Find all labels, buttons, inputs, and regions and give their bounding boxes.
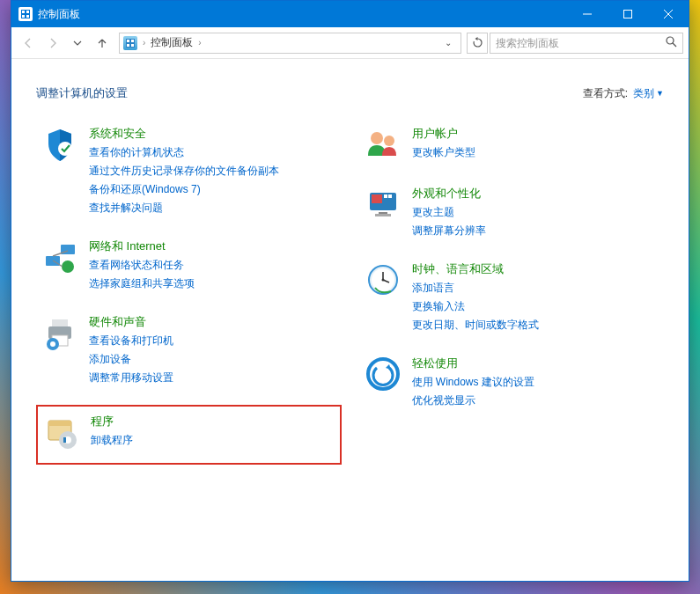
svg-rect-21 [52,319,68,326]
printer-icon[interactable] [41,314,78,351]
chevron-right-icon: › [196,38,203,48]
category-body: 硬件和声音查看设备和打印机添加设备调整常用移动设置 [89,314,173,385]
display-icon[interactable] [365,186,402,223]
svg-rect-33 [372,194,382,203]
category-link[interactable]: 查看设备和打印机 [89,333,173,348]
clock-icon[interactable] [365,261,402,298]
refresh-button[interactable] [467,33,488,54]
category-display: 外观和个性化更改主题调整屏幕分辨率 [359,182,665,242]
breadcrumb-item[interactable]: 控制面板 [151,35,193,50]
category-link[interactable]: 使用 Windows 建议的设置 [412,374,534,390]
category-link[interactable]: 调整屏幕分辨率 [412,223,486,238]
category-link[interactable]: 查看你的计算机状态 [89,144,279,160]
category-link[interactable]: 查找并解决问题 [89,200,279,216]
control-panel-icon [18,7,33,21]
page-title: 调整计算机的设置 [36,85,128,101]
control-panel-window: 控制面板 › 控制面板 › ⌄ [11,0,689,582]
svg-rect-11 [131,40,134,42]
svg-rect-6 [624,11,632,18]
svg-line-15 [673,43,676,47]
category-link[interactable]: 添加语言 [412,280,539,296]
category-link[interactable]: 通过文件历史记录保存你的文件备份副本 [89,163,279,179]
minimize-button[interactable] [567,1,608,27]
title-bar: 控制面板 [11,1,689,27]
svg-rect-10 [127,40,129,42]
breadcrumb[interactable]: › 控制面板 › ⌄ [119,33,461,54]
breadcrumb-dropdown[interactable]: ⌄ [439,38,457,48]
view-by-label: 查看方式: [583,86,628,101]
category-title[interactable]: 硬件和声音 [89,314,173,330]
category-link[interactable]: 更改主题 [412,204,486,220]
svg-rect-4 [26,15,29,18]
category-link[interactable]: 卸载程序 [91,432,133,448]
svg-rect-36 [379,212,387,214]
network-icon[interactable] [41,238,78,275]
forward-button[interactable] [41,32,64,55]
category-title[interactable]: 用户帐户 [412,126,475,142]
category-programs: 程序卸载程序 [36,405,342,465]
category-grid: 系统和安全查看你的计算机状态通过文件历史记录保存你的文件备份副本备份和还原(Wi… [36,122,664,465]
svg-point-24 [50,341,55,347]
category-link[interactable]: 查看网络状态和任务 [89,257,195,273]
svg-rect-3 [22,15,25,18]
category-link[interactable]: 添加设备 [89,351,173,367]
nav-bar: › 控制面板 › ⌄ [11,27,689,59]
category-body: 时钟、语言和区域添加语言更换输入法更改日期、时间或数字格式 [412,261,539,333]
svg-rect-26 [48,421,71,426]
svg-point-42 [381,279,384,282]
svg-rect-2 [26,11,29,13]
shield-icon[interactable] [41,126,78,163]
search-box[interactable] [490,33,683,54]
svg-rect-1 [22,11,25,13]
category-printer: 硬件和声音查看设备和打印机添加设备调整常用移动设置 [36,311,342,389]
category-link[interactable]: 更改帐户类型 [412,144,475,160]
up-button[interactable] [91,32,114,55]
category-ease: 轻松使用使用 Windows 建议的设置优化视觉显示 [359,352,665,412]
svg-rect-12 [127,44,129,47]
category-title[interactable]: 轻松使用 [412,356,534,371]
category-title[interactable]: 程序 [91,414,133,429]
category-body: 程序卸载程序 [91,414,133,451]
search-input[interactable] [496,37,666,49]
svg-rect-13 [131,44,134,47]
caret-down-icon: ▼ [656,89,664,98]
users-icon[interactable] [365,126,402,163]
content-header: 调整计算机的设置 查看方式: 类别 ▼ [36,85,664,101]
category-title[interactable]: 外观和个性化 [412,186,486,202]
recent-locations-button[interactable] [66,32,89,55]
svg-rect-35 [388,194,392,198]
category-link[interactable]: 调整常用移动设置 [89,370,173,385]
category-link[interactable]: 更换输入法 [412,298,539,314]
view-by: 查看方式: 类别 ▼ [583,86,664,101]
svg-point-14 [667,37,674,44]
svg-point-16 [58,142,72,156]
category-link[interactable]: 优化视觉显示 [412,392,534,408]
ease-icon[interactable] [365,356,402,392]
category-body: 轻松使用使用 Windows 建议的设置优化视觉显示 [412,356,534,408]
back-button[interactable] [17,32,40,55]
svg-rect-37 [375,214,391,216]
chevron-right-icon: › [141,38,147,48]
content-area: 调整计算机的设置 查看方式: 类别 ▼ 系统和安全查看你的计算机状态通过文件历史… [11,59,689,581]
category-body: 系统和安全查看你的计算机状态通过文件历史记录保存你的文件备份副本备份和还原(Wi… [89,126,279,216]
category-title[interactable]: 时钟、语言和区域 [412,261,539,277]
category-body: 外观和个性化更改主题调整屏幕分辨率 [412,186,486,238]
window-title: 控制面板 [38,7,80,22]
category-users: 用户帐户更改帐户类型 [359,122,665,166]
programs-icon[interactable] [43,414,80,451]
svg-point-30 [371,132,383,144]
category-body: 网络和 Internet查看网络状态和任务选择家庭组和共享选项 [89,238,195,291]
search-icon[interactable] [666,36,677,50]
view-by-dropdown[interactable]: 类别 ▼ [633,86,664,101]
category-link[interactable]: 更改日期、时间或数字格式 [412,317,539,333]
category-title[interactable]: 系统和安全 [89,126,279,142]
close-button[interactable] [648,1,689,27]
svg-point-31 [384,136,394,146]
category-link[interactable]: 选择家庭组和共享选项 [89,275,195,291]
breadcrumb-control-panel-icon [123,36,137,50]
category-title[interactable]: 网络和 Internet [89,238,195,254]
category-body: 用户帐户更改帐户类型 [412,126,475,163]
maximize-button[interactable] [608,1,648,27]
category-link[interactable]: 备份和还原(Windows 7) [89,181,279,197]
svg-point-19 [62,260,74,273]
